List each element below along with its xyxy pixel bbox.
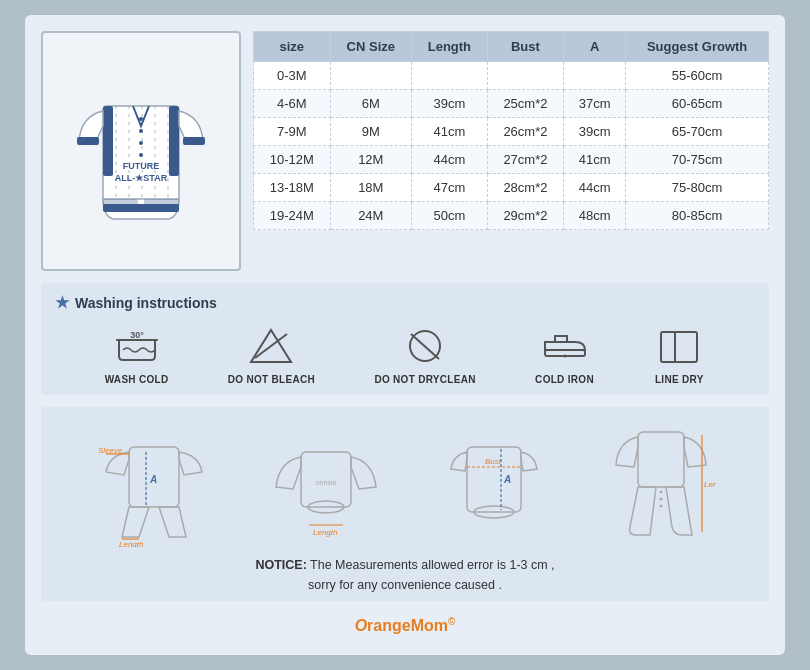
- svg-text:Sleeve: Sleeve: [98, 446, 123, 455]
- measurements-table: size CN Size Length Bust A Suggest Growt…: [253, 31, 769, 230]
- svg-rect-26: [661, 332, 697, 362]
- no-bleach-item: DO NOT BLEACH: [228, 324, 315, 385]
- line-dry-label: LINE DRY: [655, 374, 704, 385]
- washing-title-text: Washing instructions: [75, 295, 217, 311]
- table-row: 10-12M12M44cm27cm*241cm70-75cm: [254, 146, 769, 174]
- figure-2: Length onesie: [271, 417, 381, 547]
- brand-o: O: [355, 617, 367, 634]
- col-bust: Bust: [487, 32, 564, 62]
- svg-point-9: [139, 129, 143, 133]
- figure-1: Sleeve A Length: [94, 417, 214, 547]
- cold-iron-item: COLD IRON: [535, 324, 594, 385]
- main-card: FUTURE ALL-★STAR s: [25, 15, 785, 654]
- svg-line-21: [255, 334, 287, 358]
- svg-text:Length: Length: [704, 480, 716, 489]
- col-length: Length: [412, 32, 488, 62]
- brand-footer: OrangeMom©: [41, 613, 769, 638]
- table-row: 19-24M24M50cm29cm*248cm80-85cm: [254, 202, 769, 230]
- no-dryclean-label: DO NOT DRYCLEAN: [374, 374, 475, 385]
- notice-text: NOTICE: The Measurements allowed error i…: [55, 555, 755, 595]
- svg-text:A: A: [503, 474, 511, 485]
- notice-message-1: The Measurements allowed error is 1-3 cm…: [310, 558, 555, 572]
- figure-3: Bust A: [439, 417, 549, 547]
- figure-4: Length: [606, 417, 716, 547]
- measure-section: Sleeve A Length: [41, 407, 769, 601]
- no-dryclean-icon: [399, 324, 451, 368]
- notice-label: NOTICE:: [255, 558, 306, 572]
- svg-rect-15: [183, 137, 205, 145]
- no-bleach-icon: [245, 324, 297, 368]
- svg-point-48: [660, 498, 663, 501]
- table-row: 0-3M55-60cm: [254, 62, 769, 90]
- star-icon: ★: [55, 293, 69, 312]
- wash-cold-item: 30° WASH COLD: [105, 324, 169, 385]
- col-a: A: [564, 32, 626, 62]
- washing-icons: 30° WASH COLD DO NOT BLEACH: [55, 324, 755, 385]
- svg-point-49: [660, 505, 663, 508]
- table-row: 13-18M18M47cm28cm*244cm75-80cm: [254, 174, 769, 202]
- svg-rect-7: [169, 106, 179, 176]
- svg-rect-14: [77, 137, 99, 145]
- svg-line-23: [411, 334, 439, 359]
- svg-point-25: [563, 355, 566, 358]
- product-image: FUTURE ALL-★STAR: [41, 31, 241, 271]
- col-cn-size: CN Size: [330, 32, 412, 62]
- measure-figures: Sleeve A Length: [55, 417, 755, 547]
- svg-point-8: [139, 117, 143, 121]
- svg-text:Length: Length: [119, 540, 144, 547]
- line-dry-icon: [653, 324, 705, 368]
- size-table: size CN Size Length Bust A Suggest Growt…: [253, 31, 769, 230]
- svg-rect-18: [103, 204, 179, 212]
- table-row: 4-6M6M39cm25cm*237cm60-65cm: [254, 90, 769, 118]
- svg-rect-46: [638, 432, 684, 487]
- washing-section: ★ Washing instructions: [41, 283, 769, 395]
- svg-point-10: [139, 141, 143, 145]
- notice-message-2: sorry for any convenience caused .: [308, 578, 502, 592]
- no-dryclean-item: DO NOT DRYCLEAN: [374, 324, 475, 385]
- svg-point-47: [660, 491, 663, 494]
- svg-text:A: A: [149, 474, 157, 485]
- svg-text:ALL-★STAR: ALL-★STAR: [115, 173, 168, 183]
- washing-title: ★ Washing instructions: [55, 293, 755, 312]
- wash-cold-label: WASH COLD: [105, 374, 169, 385]
- table-row: 7-9M9M41cm26cm*239cm65-70cm: [254, 118, 769, 146]
- svg-rect-6: [103, 106, 113, 176]
- line-dry-item: LINE DRY: [653, 324, 705, 385]
- svg-point-11: [139, 153, 143, 157]
- col-suggest: Suggest Growth: [626, 32, 769, 62]
- svg-text:Length: Length: [313, 528, 338, 537]
- svg-text:Bust: Bust: [485, 457, 502, 466]
- brand-name: OrangeMom©: [355, 617, 456, 634]
- svg-text:onesie: onesie: [316, 479, 337, 486]
- brand-reg: ©: [448, 615, 455, 626]
- top-section: FUTURE ALL-★STAR s: [41, 31, 769, 271]
- svg-text:FUTURE: FUTURE: [123, 161, 160, 171]
- no-bleach-label: DO NOT BLEACH: [228, 374, 315, 385]
- wash-cold-icon: 30°: [111, 324, 163, 368]
- cold-iron-label: COLD IRON: [535, 374, 594, 385]
- col-size: size: [254, 32, 331, 62]
- cold-iron-icon: [539, 324, 591, 368]
- svg-text:30°: 30°: [130, 330, 144, 340]
